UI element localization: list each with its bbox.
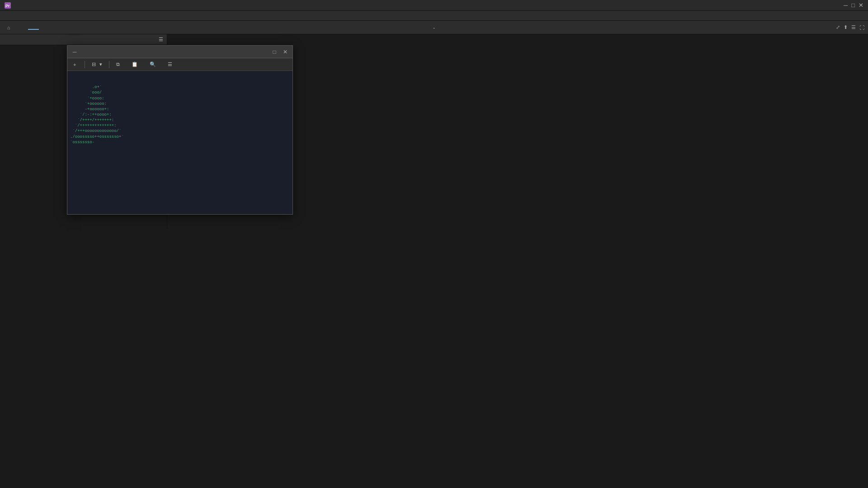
workspace-tabs: ⌂ - ⤢ ⬆ ☰ ⛶ — [0, 21, 868, 34]
menu-edit[interactable] — [13, 15, 20, 17]
konsole-find-btn[interactable]: 🔍 — [146, 60, 161, 69]
konsole-toolbar: + ⊟ ▾ ⧉ 📋 — [67, 58, 292, 71]
konsole-window: ─ □ ✕ + ⊟ ▾ — [67, 45, 293, 215]
menu-view[interactable] — [58, 15, 65, 17]
konsole-content: .o+` `ooo/ `+oooo: `+oooooo: -+oooooo+: … — [67, 71, 292, 214]
konsole-copy-btn[interactable]: ⧉ — [113, 60, 125, 69]
konsole-close-btn[interactable]: ✕ — [282, 48, 289, 56]
close-icon[interactable]: ✕ — [859, 2, 863, 9]
title-bar: Pr ─ □ ✕ — [0, 0, 868, 11]
tab-import[interactable] — [15, 25, 26, 30]
menu-graphics[interactable] — [49, 15, 56, 17]
tab-edit[interactable] — [28, 25, 39, 30]
tab-export[interactable] — [41, 25, 52, 30]
menu-help[interactable] — [76, 15, 83, 17]
menu-bar — [0, 11, 868, 21]
konsole-new-tab-btn[interactable]: + — [70, 61, 81, 69]
home-icon[interactable]: ⌂ — [4, 23, 14, 33]
fullscreen-icon[interactable]: ⛶ — [859, 25, 864, 30]
title-bar-left: Pr — [5, 2, 11, 9]
konsole-maximize-btn[interactable]: □ — [271, 48, 278, 56]
menu-window[interactable] — [67, 15, 74, 17]
toolbar-divider-1 — [85, 61, 85, 68]
title-bar-controls: ─ □ ✕ — [844, 2, 863, 9]
toolbar-divider-2 — [109, 61, 109, 68]
share-icon[interactable]: ⬆ — [844, 24, 848, 30]
konsole-minimize-btn[interactable]: ─ — [71, 48, 78, 56]
settings-icon[interactable]: ☰ — [851, 24, 856, 30]
app-logo-icon: Pr — [5, 2, 11, 9]
find-icon: 🔍 — [150, 61, 156, 67]
source-panel-header: ☰ — [0, 34, 167, 45]
konsole-title-bar: ─ □ ✕ — [67, 46, 292, 58]
svg-text:Pr: Pr — [5, 4, 10, 8]
konsole-more-btn[interactable]: ☰ — [165, 60, 175, 69]
maximize-panel-icon[interactable]: ⤢ — [836, 24, 840, 30]
konsole-paste-btn[interactable]: 📋 — [128, 60, 143, 69]
konsole-split-view-btn[interactable]: ⊟ ▾ — [89, 60, 105, 69]
menu-clip[interactable] — [22, 15, 29, 17]
new-tab-icon: + — [73, 62, 76, 67]
maximize-icon[interactable]: □ — [851, 2, 855, 9]
menu-markers[interactable] — [40, 15, 47, 17]
konsole-ascii-art: .o+` `ooo/ `+oooo: `+oooooo: -+oooooo+: … — [70, 74, 124, 211]
menu-sequence[interactable] — [31, 15, 38, 17]
split-view-arrow-icon: ▾ — [99, 61, 102, 67]
workspace-right-controls: ⤢ ⬆ ☰ ⛶ — [836, 24, 864, 30]
minimize-icon[interactable]: ─ — [844, 2, 848, 9]
split-view-icon: ⊟ — [92, 61, 96, 67]
menu-file[interactable] — [4, 15, 11, 17]
source-panel-content: ─ □ ✕ + ⊟ ▾ — [0, 45, 167, 229]
copy-icon: ⧉ — [116, 61, 120, 67]
source-menu-icon[interactable]: ☰ — [159, 37, 163, 42]
paste-icon: 📋 — [132, 61, 138, 67]
source-panel: ☰ ─ □ ✕ + ⊟ — [0, 34, 167, 229]
workspace-project-title: - — [433, 25, 435, 30]
